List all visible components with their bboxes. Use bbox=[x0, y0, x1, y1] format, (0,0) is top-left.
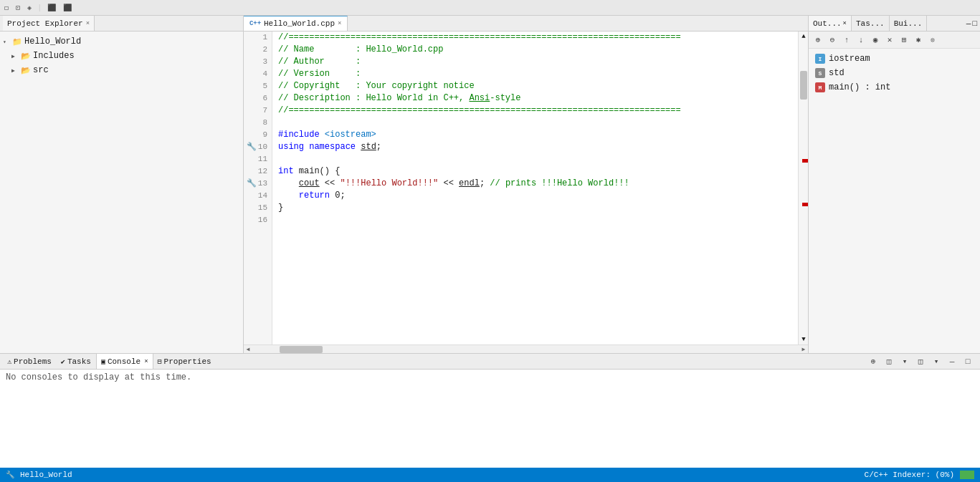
h-scrollbar[interactable]: ◀ ▶ bbox=[244, 344, 808, 353]
code-line-13: cout << "!!!Hello World!!!" << endl; // … bbox=[272, 178, 798, 190]
outline-label-main: main() : int bbox=[829, 82, 890, 92]
toolbar-btn-3[interactable]: ◈ bbox=[26, 4, 33, 12]
line-num-11: 11 bbox=[244, 153, 272, 165]
console-close-icon[interactable]: × bbox=[144, 358, 148, 365]
right-tab-tasks-label: Tas... bbox=[856, 19, 885, 28]
code-line-7: //======================================… bbox=[272, 105, 798, 117]
outline-btn-1[interactable]: ⊕ bbox=[812, 34, 824, 47]
console-toolbar-btn-3[interactable]: ▾ bbox=[898, 355, 911, 368]
bottom-tab-console[interactable]: ▣ Console × bbox=[96, 354, 153, 369]
toolbar-btn-1[interactable]: ◻ bbox=[3, 4, 10, 12]
code-line-4: // Version : bbox=[272, 68, 798, 80]
bottom-tab-properties[interactable]: ⊟ Properties bbox=[153, 354, 217, 369]
error-mark-1 bbox=[802, 159, 808, 163]
right-tab-tasks[interactable]: Tas... bbox=[852, 16, 890, 31]
tree-item-hello-world[interactable]: ▾ 📁 Hello_World bbox=[0, 34, 243, 49]
line-num-3: 3 bbox=[244, 56, 272, 68]
console-label: Console bbox=[108, 357, 141, 366]
h-scroll-thumb[interactable] bbox=[280, 346, 323, 353]
status-green-indicator bbox=[960, 471, 974, 479]
editor-tab-hello-world[interactable]: C++ Hello_World.cpp × bbox=[244, 16, 348, 31]
outline-item-main[interactable]: M main() : int bbox=[809, 80, 980, 95]
h-scroll-left-arrow[interactable]: ◀ bbox=[244, 345, 252, 354]
console-toolbar-btn-4[interactable]: ◫ bbox=[914, 355, 927, 368]
status-left: 🔧 Hello_World bbox=[6, 471, 72, 479]
console-toolbar-btn-1[interactable]: ⊕ bbox=[867, 355, 880, 368]
right-tab-outline-close[interactable]: × bbox=[843, 20, 847, 27]
console-toolbar-btn-2[interactable]: ◫ bbox=[883, 355, 895, 368]
outline-btn-8[interactable]: ✱ bbox=[912, 34, 925, 47]
right-panel-minimize[interactable]: — bbox=[966, 19, 971, 28]
project-tree: ▾ 📁 Hello_World ▶ 📂 Includes ▶ 📂 src bbox=[0, 32, 243, 353]
error-mark-2 bbox=[802, 203, 808, 206]
scroll-down-arrow[interactable]: ▼ bbox=[799, 334, 808, 344]
includes-icon: 📂 bbox=[20, 50, 32, 62]
outline-label-std: std bbox=[829, 68, 845, 78]
tasks-icon: ✔ bbox=[61, 357, 65, 366]
iostream-icon: I bbox=[814, 53, 826, 64]
status-project-name: Hello_World bbox=[20, 471, 72, 479]
line-num-7: 7 bbox=[244, 105, 272, 117]
toolbar-btn-2[interactable]: ⊡ bbox=[14, 4, 22, 12]
toolbar-btn-4[interactable]: ⬛ bbox=[46, 4, 57, 12]
tree-item-includes[interactable]: ▶ 📂 Includes bbox=[0, 49, 243, 63]
problems-label: Problems bbox=[14, 357, 52, 366]
console-toolbar-btn-5[interactable]: ▾ bbox=[930, 355, 943, 368]
outline-label-iostream: iostream bbox=[829, 54, 870, 64]
bottom-tab-tasks[interactable]: ✔ Tasks bbox=[57, 354, 96, 369]
console-toolbar-maximize[interactable]: □ bbox=[961, 355, 974, 368]
outline-btn-2[interactable]: ⊖ bbox=[826, 34, 839, 47]
line-num-16: 16 bbox=[244, 214, 272, 226]
line-num-12: 12 bbox=[244, 165, 272, 178]
right-tab-outline[interactable]: Out... × bbox=[809, 16, 852, 31]
toolbar-btn-5[interactable]: ⬛ bbox=[62, 4, 73, 12]
scroll-up-arrow[interactable]: ▲ bbox=[799, 32, 808, 42]
bottom-tab-problems[interactable]: ⚠ Problems bbox=[3, 354, 57, 369]
scroll-thumb[interactable] bbox=[800, 71, 807, 100]
right-panel-maximize[interactable]: □ bbox=[972, 19, 977, 28]
line-num-9: 9 bbox=[244, 129, 272, 141]
line-num-8: 8 bbox=[244, 117, 272, 129]
outline-toolbar: ⊕ ⊖ ↑ ↓ ◉ ✕ ⊞ ✱ ❊ bbox=[809, 32, 980, 49]
editor-tab-bar: C++ Hello_World.cpp × bbox=[244, 16, 808, 32]
right-tab-build[interactable]: Bui... bbox=[890, 16, 928, 31]
right-panel: Out... × Tas... Bui... — □ ⊕ ⊖ ↑ ↓ ◉ ✕ ⊞… bbox=[808, 16, 980, 353]
tree-label-hello-world: Hello_World bbox=[24, 37, 81, 47]
bottom-tab-bar: ⚠ Problems ✔ Tasks ▣ Console × ⊟ Propert… bbox=[0, 354, 980, 370]
code-editor[interactable]: //======================================… bbox=[272, 32, 798, 344]
editor-scrollbar[interactable]: ▲ ▼ bbox=[798, 32, 808, 344]
outline-btn-9[interactable]: ❊ bbox=[926, 34, 939, 47]
editor-tab-close-icon[interactable]: × bbox=[338, 20, 341, 27]
status-bar: 🔧 Hello_World C/C++ Indexer: (0%) bbox=[0, 468, 980, 482]
outline-btn-3[interactable]: ↑ bbox=[840, 34, 853, 47]
expand-arrow-includes: ▶ bbox=[11, 53, 19, 59]
code-line-12: int main() { bbox=[272, 165, 798, 178]
outline-btn-4[interactable]: ↓ bbox=[855, 34, 867, 47]
outline-item-iostream[interactable]: I iostream bbox=[809, 52, 980, 66]
line-num-6: 6 bbox=[244, 92, 272, 105]
outline-btn-5[interactable]: ◉ bbox=[869, 34, 882, 47]
h-scroll-right-arrow[interactable]: ▶ bbox=[799, 345, 808, 354]
std-icon: S bbox=[814, 67, 826, 79]
cpp-file-icon: C++ bbox=[249, 18, 261, 29]
code-line-3: // Author : bbox=[272, 56, 798, 68]
problems-icon: ⚠ bbox=[7, 357, 11, 366]
outline-item-std[interactable]: S std bbox=[809, 66, 980, 80]
code-line-16 bbox=[272, 214, 798, 226]
outline-btn-7[interactable]: ⊞ bbox=[898, 34, 910, 47]
line-num-5: 5 bbox=[244, 80, 272, 92]
outline-btn-6[interactable]: ✕ bbox=[883, 34, 896, 47]
right-tab-build-label: Bui... bbox=[894, 19, 923, 28]
project-explorer-tab[interactable]: Project Explorer × bbox=[3, 16, 95, 31]
project-explorer-close-icon[interactable]: × bbox=[86, 20, 90, 27]
main-area: Project Explorer × ▾ 📁 Hello_World ▶ 📂 I… bbox=[0, 16, 980, 353]
code-line-5: // Copyright : Your copyright notice bbox=[272, 80, 798, 92]
console-message: No consoles to display at this time. bbox=[6, 372, 191, 382]
folder-icon-hello-world: 📁 bbox=[11, 36, 23, 47]
tree-item-src[interactable]: ▶ 📂 src bbox=[0, 63, 243, 77]
toolbar-icons: ◻ ⊡ ◈ | ⬛ ⬛ bbox=[3, 4, 73, 12]
console-toolbar-minimize[interactable]: — bbox=[946, 355, 958, 368]
warning-icon-10: 🔧 bbox=[247, 141, 257, 153]
h-scroll-track bbox=[252, 345, 799, 353]
bottom-panel-toolbar: ⊕ ◫ ▾ ◫ ▾ — □ bbox=[867, 355, 977, 368]
